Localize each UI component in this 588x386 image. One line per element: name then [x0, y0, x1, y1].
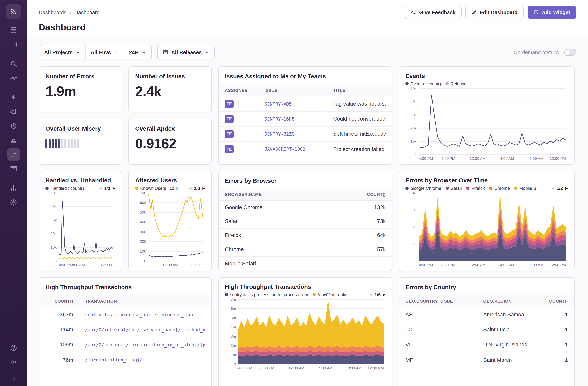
- issue-link[interactable]: SENTRY-16H8: [264, 116, 328, 122]
- svg-text:40k: 40k: [50, 204, 57, 209]
- sidebar-item-help[interactable]: [7, 341, 20, 354]
- issue-title: Project creation failed: [333, 146, 386, 152]
- widget-overall-user-misery[interactable]: Overall User Misery: [39, 119, 122, 164]
- issue-link[interactable]: JAVASCRIPT-1BG2: [264, 146, 328, 152]
- project-filter[interactable]: All Projects: [39, 45, 85, 59]
- svg-text:6m: 6m: [231, 307, 236, 311]
- legend-item[interactable]: Safari: [445, 186, 462, 191]
- assignee-avatar[interactable]: TE: [225, 145, 233, 154]
- next-page-arrow[interactable]: ▶: [565, 186, 568, 190]
- next-page-arrow[interactable]: ▶: [113, 186, 115, 190]
- legend-item[interactable]: Releases: [445, 81, 469, 86]
- sidebar-item-dashboards[interactable]: [7, 148, 20, 161]
- breadcrumb-dashboards[interactable]: Dashboards: [39, 9, 66, 15]
- sidebar-item-releases[interactable]: [7, 162, 20, 175]
- edit-dashboard-button[interactable]: Edit Dashboard: [465, 5, 524, 19]
- svg-text:500: 500: [140, 210, 146, 214]
- sidebar-item-projects[interactable]: [7, 38, 20, 51]
- prev-page-arrow[interactable]: ◀: [369, 293, 372, 296]
- country-code: VI: [405, 342, 479, 348]
- widget-title: Number of Errors: [45, 73, 115, 79]
- issue-link[interactable]: SENTRY-VD5: [264, 101, 328, 107]
- sidebar-item-feedback[interactable]: [7, 105, 20, 118]
- date-range-filter[interactable]: 24H: [124, 45, 151, 59]
- legend-dot: [135, 187, 138, 190]
- sidebar-item-traces[interactable]: [7, 71, 20, 85]
- svg-text:2m: 2m: [231, 343, 236, 348]
- sidebar-item-whats-new[interactable]: [7, 356, 20, 369]
- transaction-link[interactable]: /api/0/projects/{organization_id_or_slug…: [85, 342, 205, 347]
- transaction-link[interactable]: sentry.tasks.process_buffer.process_incr: [85, 312, 205, 318]
- widget-number-of-errors[interactable]: Number of Errors 1.9m: [39, 67, 122, 112]
- legend-item[interactable]: Mobile S: [514, 186, 536, 191]
- handled-vs-unhandled-chart[interactable]: 010k20k30k40k50k4:00 PM12:00 AM12:00 P: [45, 191, 115, 267]
- issue-link[interactable]: SENTRY-32ZQ: [264, 131, 328, 137]
- legend-dot: [466, 187, 470, 190]
- add-widget-button[interactable]: Add Widget: [527, 5, 576, 19]
- sidebar-bottom: [7, 341, 20, 372]
- svg-text:12:00 PM: 12:00 PM: [550, 157, 566, 160]
- affected-users-chart[interactable]: 010020030040050060070012:00 AM12:00 P: [135, 191, 205, 267]
- svg-text:1m: 1m: [231, 353, 236, 357]
- table-header: COUNT() TRANSACTION: [39, 295, 211, 307]
- errors-by-browser-over-time-chart[interactable]: 01k2k3k4k4:00 PM8:00 PM12:00 AM4:00 AM8:…: [405, 191, 568, 267]
- sentry-logo[interactable]: [6, 4, 21, 19]
- widget-errors-by-browser: Errors by Browser BROWSER.NAME COUNT() G…: [218, 171, 392, 271]
- svg-text:600: 600: [140, 201, 146, 205]
- big-number-value: 0.9162: [135, 136, 205, 152]
- page-count: 1/3: [104, 186, 110, 191]
- assignee-avatar[interactable]: TE: [225, 114, 233, 123]
- edit-dashboard-label: Edit Dashboard: [480, 9, 518, 15]
- sidebar-collapse[interactable]: [0, 372, 27, 386]
- legend-dot: [445, 187, 449, 190]
- help-icon: [10, 344, 17, 352]
- next-page-arrow[interactable]: ▶: [383, 293, 386, 296]
- legend-item[interactable]: /api/0/internal/r: [313, 292, 347, 297]
- environment-filter[interactable]: All Envs: [85, 45, 124, 59]
- sidebar-item-crons[interactable]: [7, 134, 20, 147]
- svg-text:30k: 30k: [50, 218, 57, 222]
- sidebar-item-alerts[interactable]: [7, 91, 20, 104]
- widget-number-of-issues[interactable]: Number of Issues 2.4k: [128, 67, 212, 112]
- give-feedback-button[interactable]: Give Feedback: [405, 5, 462, 19]
- sidebar-item-settings[interactable]: [7, 196, 20, 209]
- legend-item[interactable]: Handled : count(): [45, 186, 84, 191]
- sidebar-item-stats[interactable]: [7, 182, 20, 195]
- on-demand-metrics-toggle[interactable]: [564, 49, 576, 56]
- assignee-avatar[interactable]: TE: [225, 130, 233, 138]
- legend-item[interactable]: sentry.tasks.process_buffer.process_incr: [225, 292, 308, 297]
- issues-icon: [10, 26, 17, 34]
- widget-issues-assigned: Issues Assigned to Me or My Teams ASSIGN…: [218, 67, 392, 164]
- column-header: GEO.COUNTRY_CODE: [405, 299, 479, 303]
- transaction-link[interactable]: /api/0/internal/rpc/{service_name}/{meth…: [85, 327, 205, 332]
- svg-text:700: 700: [140, 191, 146, 195]
- legend-item[interactable]: Firefox: [466, 186, 485, 191]
- widget-overall-apdex[interactable]: Overall Apdex 0.9162: [128, 119, 212, 164]
- high-throughput-chart[interactable]: 01m2m3m4m5m6m7m4:00 PM8:00 PM12:00 AM4:0…: [225, 297, 386, 371]
- legend-item[interactable]: Events : count(): [405, 81, 441, 86]
- legend-item[interactable]: Chrome: [489, 186, 510, 191]
- country-count: 1: [548, 312, 568, 318]
- prev-page-arrow[interactable]: ◀: [189, 186, 192, 190]
- sidebar-item-issues[interactable]: [7, 24, 20, 37]
- table-row: 76m /{organization_slug}/: [39, 352, 211, 367]
- legend-item[interactable]: Google Chrome: [405, 186, 441, 191]
- next-page-arrow[interactable]: ▶: [202, 186, 205, 190]
- misery-segment: [77, 139, 79, 148]
- misery-segment: [52, 139, 54, 148]
- prev-page-arrow[interactable]: ◀: [552, 186, 554, 190]
- sidebar-item-replays[interactable]: [7, 119, 20, 133]
- prev-page-arrow[interactable]: ◀: [99, 186, 102, 190]
- transaction-link[interactable]: /{organization_slug}/: [85, 357, 205, 363]
- search-icon: [10, 60, 17, 68]
- sidebar-nav: [7, 24, 20, 209]
- events-chart[interactable]: 010k20k30k40k50k4:00 PM8:00 PM12:00 AM4:…: [405, 86, 568, 161]
- assignee-avatar[interactable]: TE: [225, 99, 233, 108]
- svg-text:4:00 PM: 4:00 PM: [419, 157, 433, 160]
- release-filter[interactable]: All Releases: [157, 45, 214, 59]
- widget-high-throughput-table: High Throughput Transactions COUNT() TRA…: [39, 277, 212, 386]
- legend-item[interactable]: Known Users : cour: [135, 186, 178, 191]
- sidebar-item-explore[interactable]: [7, 57, 20, 70]
- country-region: U.S. Virgin Islands: [483, 342, 543, 348]
- column-header: BROWSER.NAME: [225, 192, 353, 197]
